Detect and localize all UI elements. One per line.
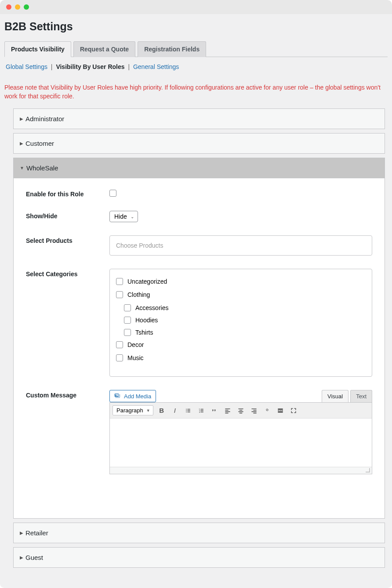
select-products-input[interactable]: Choose Products: [109, 235, 372, 256]
triangle-right-icon: ▶: [20, 141, 23, 146]
editor-content-area[interactable]: [110, 418, 372, 467]
category-checkbox-uncategorized[interactable]: [116, 278, 123, 285]
window-chrome: [0, 0, 392, 14]
select-categories-label: Select Categories: [26, 269, 109, 377]
category-label: Hoodies: [135, 317, 158, 324]
subnav-global-settings[interactable]: Global Settings: [6, 63, 47, 70]
category-item: Decor: [116, 341, 366, 348]
category-label: Accessories: [135, 304, 168, 311]
roles-accordion: ▶ Administrator ▶ Customer ▼ WholeSale E…: [13, 108, 385, 568]
accordion-customer[interactable]: ▶ Customer: [13, 133, 385, 154]
triangle-right-icon: ▶: [20, 116, 23, 121]
accordion-administrator[interactable]: ▶ Administrator: [13, 108, 385, 129]
paragraph-format-select[interactable]: Paragraph ▼: [113, 405, 153, 415]
show-hide-label: Show/Hide: [26, 211, 109, 222]
category-checkbox-accessories[interactable]: [124, 304, 131, 311]
accordion-wholesale[interactable]: ▼ WholeSale: [13, 158, 385, 178]
category-checkbox-hoodies[interactable]: [124, 317, 131, 324]
editor-resize-handle[interactable]: [110, 467, 372, 474]
separator: |: [128, 63, 130, 70]
enable-role-label: Enable for this Role: [26, 189, 109, 198]
custom-message-label: Custom Message: [26, 390, 109, 474]
category-label: Uncategorized: [127, 278, 167, 285]
paragraph-value: Paragraph: [116, 407, 143, 414]
category-checkbox-music[interactable]: [116, 354, 123, 361]
tab-products-visibility[interactable]: Products Visibility: [4, 41, 71, 57]
tab-registration-fields[interactable]: Registration Fields: [138, 41, 206, 57]
sub-nav: Global Settings | Visibility By User Rol…: [4, 63, 388, 70]
category-item: Tshirts: [124, 329, 366, 336]
category-checkbox-clothing[interactable]: [116, 291, 123, 298]
content-area: B2B Settings Products Visibility Request…: [0, 14, 392, 588]
category-item: Clothing: [116, 291, 366, 298]
role-label: Administrator: [25, 115, 64, 123]
align-left-icon[interactable]: [224, 407, 232, 414]
rich-text-editor: Paragraph ▼ B I: [109, 402, 372, 474]
accordion-retailer[interactable]: ▶ Retailer: [13, 523, 385, 543]
wholesale-panel: Enable for this Role Show/Hide Hide ⌄ Se…: [13, 178, 385, 519]
triangle-right-icon: ▶: [20, 555, 23, 560]
numbered-list-icon[interactable]: [197, 407, 205, 414]
close-window-icon[interactable]: [6, 4, 11, 10]
triangle-down-icon: ▼: [20, 166, 24, 170]
bullet-list-icon[interactable]: [184, 407, 192, 414]
fullscreen-icon[interactable]: [290, 407, 298, 414]
role-label: Retailer: [25, 529, 48, 537]
bold-icon[interactable]: B: [158, 407, 166, 414]
category-label: Tshirts: [135, 329, 153, 336]
category-item: Music: [116, 354, 366, 361]
add-media-button[interactable]: Add Media: [109, 390, 156, 402]
tabs-nav: Products Visibility Request a Quote Regi…: [4, 41, 388, 57]
category-label: Clothing: [127, 291, 150, 298]
blockquote-icon[interactable]: [211, 407, 218, 414]
categories-box: Uncategorized Clothing Accessories: [109, 269, 372, 377]
editor-toolbar: Paragraph ▼ B I: [110, 403, 372, 418]
category-item: Uncategorized: [116, 278, 366, 285]
read-more-icon[interactable]: [276, 407, 284, 414]
category-checkbox-decor[interactable]: [116, 341, 123, 348]
role-label: WholeSale: [26, 164, 58, 172]
category-item: Accessories: [124, 304, 366, 311]
add-media-label: Add Media: [124, 393, 151, 400]
maximize-window-icon[interactable]: [24, 4, 29, 10]
link-icon[interactable]: [263, 407, 271, 414]
minimize-window-icon[interactable]: [15, 4, 20, 10]
italic-icon[interactable]: I: [171, 407, 179, 414]
align-right-icon[interactable]: [250, 407, 258, 414]
page-title: B2B Settings: [4, 14, 388, 41]
select-products-label: Select Products: [26, 235, 109, 256]
category-label: Music: [127, 354, 144, 361]
triangle-right-icon: ▶: [20, 530, 23, 535]
subnav-general-settings[interactable]: General Settings: [133, 63, 179, 70]
accordion-guest[interactable]: ▶ Guest: [13, 547, 385, 568]
select-value: Hide: [114, 213, 127, 220]
role-label: Customer: [25, 140, 54, 147]
priority-notice: Please note that Visibility by User Role…: [4, 83, 388, 101]
triangle-down-icon: ▼: [146, 408, 150, 413]
show-hide-select[interactable]: Hide ⌄: [109, 211, 138, 222]
media-icon: [114, 393, 121, 400]
tab-request-quote[interactable]: Request a Quote: [73, 41, 135, 57]
category-item: Hoodies: [124, 317, 366, 324]
subnav-visibility-by-roles[interactable]: Visibility By User Roles: [56, 63, 124, 70]
chevron-down-icon: ⌄: [131, 214, 134, 219]
separator: |: [51, 63, 53, 70]
category-checkbox-tshirts[interactable]: [124, 329, 131, 336]
enable-role-checkbox[interactable]: [109, 190, 116, 197]
category-label: Decor: [127, 341, 144, 348]
editor-tab-text[interactable]: Text: [350, 390, 372, 402]
role-label: Guest: [25, 554, 43, 561]
align-center-icon[interactable]: [237, 407, 245, 414]
editor-tab-visual[interactable]: Visual: [322, 390, 348, 402]
